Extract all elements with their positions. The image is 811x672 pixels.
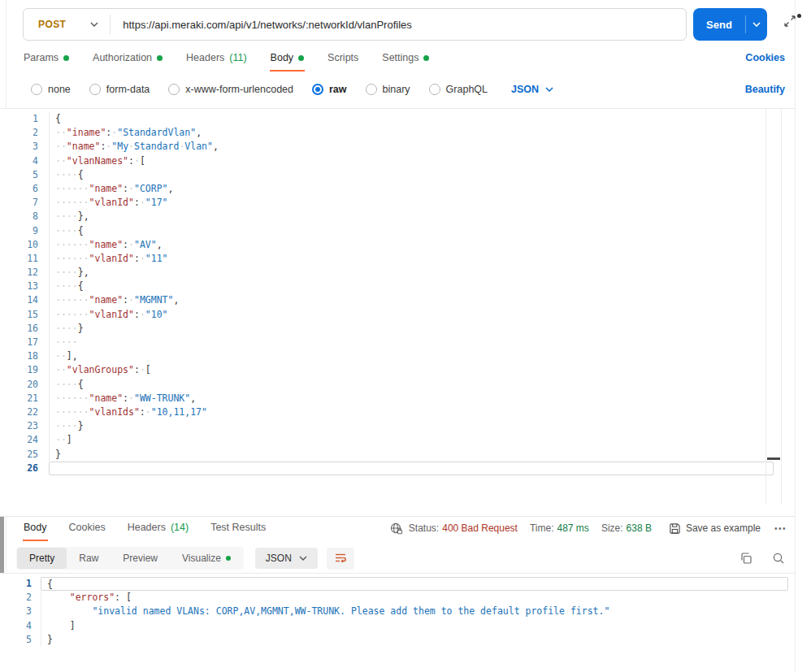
line-number: 10 — [0, 238, 49, 252]
code-line[interactable]: 25} — [0, 448, 795, 462]
url-input[interactable]: https://api.meraki.com/api/v1/networks/:… — [123, 19, 411, 31]
radio-circle-icon — [31, 84, 42, 95]
code-line[interactable]: 1{ — [0, 577, 795, 591]
code-line[interactable]: 2··"iname":·"StandardVlan", — [0, 126, 795, 140]
radio-x-www-form-urlencoded[interactable]: x-www-form-urlencoded — [168, 84, 293, 95]
line-number: 4 — [0, 619, 41, 633]
code-line[interactable]: 18··], — [0, 349, 795, 363]
wrap-lines-button[interactable] — [327, 548, 354, 570]
copy-button[interactable] — [739, 552, 752, 565]
code-text: ······"name":·"CORP", — [49, 182, 795, 196]
response-meta: Status: 400 Bad Request Time: 487 ms Siz… — [389, 518, 787, 538]
code-line[interactable]: 24··] — [0, 433, 795, 447]
radio-none[interactable]: none — [31, 84, 71, 95]
method-label: POST — [38, 19, 66, 30]
method-select[interactable]: POST — [24, 9, 110, 40]
tab-authorization[interactable]: Authorization — [92, 49, 163, 72]
request-body-editor[interactable]: 1{2··"iname":·"StandardVlan",3··"name":·… — [0, 108, 795, 517]
code-text: ··"vlanNames":·[ — [49, 154, 795, 168]
radio-form-data[interactable]: form-data — [89, 84, 150, 95]
response-language-select[interactable]: JSON — [255, 548, 318, 569]
radio-raw[interactable]: raw — [312, 84, 347, 95]
code-line[interactable]: 6······"name":·"CORP", — [0, 182, 795, 196]
code-line[interactable]: 22······"vlanIds":·"10,11,17" — [0, 405, 795, 419]
tab-label: Headers — [128, 522, 166, 533]
response-tab-test-results[interactable]: Test Results — [210, 518, 267, 541]
code-text: ····}, — [49, 210, 795, 223]
response-tab-body[interactable]: Body — [23, 518, 48, 541]
code-line[interactable]: 10······"name":·"AV", — [0, 238, 795, 252]
code-line[interactable]: 5} — [0, 633, 795, 647]
tab-params[interactable]: Params — [23, 49, 70, 72]
maximize-button[interactable] — [783, 15, 801, 33]
code-text — [49, 462, 774, 475]
response-body-editor[interactable]: 1{2 "errors": [3 "invalid named VLANs: C… — [0, 573, 795, 672]
beautify-link[interactable]: Beautify — [745, 84, 785, 95]
tab-headers[interactable]: Headers(11) — [185, 49, 248, 72]
code-line[interactable]: 23····} — [0, 419, 795, 433]
more-options-button[interactable]: ••• — [774, 524, 787, 533]
code-line[interactable]: 19··"vlanGroups":·[ — [0, 363, 795, 377]
status-field: Status: 400 Bad Request — [409, 522, 518, 534]
code-line[interactable]: 3 "invalid named VLANs: CORP,AV,MGMNT,WW… — [0, 605, 795, 618]
code-line[interactable]: 21······"name":·"WW-TRUNK", — [0, 392, 795, 405]
code-line[interactable]: 11······"vlanId":·"11" — [0, 252, 795, 266]
green-dot-icon — [63, 55, 69, 61]
code-line[interactable]: 15······"vlanId":·"10" — [0, 308, 795, 322]
send-options-button[interactable] — [746, 8, 767, 41]
code-line[interactable]: 4 ] — [0, 619, 795, 633]
save-as-example-button[interactable]: Save as example — [669, 522, 761, 535]
send-button[interactable]: Send — [693, 8, 767, 41]
code-line[interactable]: 5····{ — [0, 168, 795, 182]
code-line[interactable]: 13····{ — [0, 280, 795, 293]
cookies-link[interactable]: Cookies — [745, 49, 785, 63]
radio-circle-icon — [366, 84, 377, 95]
radio-label: x-www-form-urlencoded — [185, 84, 293, 95]
view-tab-visualize[interactable]: Visualize — [170, 548, 243, 569]
line-number: 22 — [0, 405, 49, 419]
code-line[interactable]: 8····}, — [0, 210, 795, 223]
code-line[interactable]: 9····{ — [0, 224, 795, 238]
code-line[interactable]: 1{ — [0, 112, 795, 126]
code-line[interactable]: 3··"name":·"My·Standard·Vlan", — [0, 140, 795, 154]
code-text: ······"name":·"WW-TRUNK", — [49, 392, 795, 405]
code-text: ····}, — [49, 266, 795, 280]
tab-label: Authorization — [93, 52, 152, 63]
code-line[interactable]: 26 — [0, 462, 795, 475]
line-number: 19 — [0, 363, 49, 377]
code-text: ······"vlanId":·"17" — [49, 196, 795, 210]
radio-graphql[interactable]: GraphQL — [429, 84, 488, 95]
tab-label: Body — [24, 522, 47, 533]
tab-settings[interactable]: Settings — [381, 49, 430, 72]
size-field: Size: 638 B — [601, 522, 652, 534]
view-tab-pretty[interactable]: Pretty — [17, 548, 67, 569]
code-line[interactable]: 12····}, — [0, 266, 795, 280]
code-line[interactable]: 14······"name":·"MGMNT", — [0, 293, 795, 307]
code-line[interactable]: 4··"vlanNames":·[ — [0, 154, 795, 168]
line-number: 25 — [0, 448, 49, 462]
response-tab-cookies[interactable]: Cookies — [68, 518, 106, 541]
size-value: 638 B — [627, 522, 652, 534]
line-number: 11 — [0, 252, 49, 266]
view-tab-preview[interactable]: Preview — [111, 548, 170, 569]
response-tabs: BodyCookiesHeaders(14)Test Results — [23, 518, 267, 541]
request-tabs: ParamsAuthorizationHeaders(11)BodyScript… — [23, 49, 785, 73]
line-number: 17 — [0, 336, 49, 349]
response-tab-headers[interactable]: Headers(14) — [127, 518, 189, 541]
code-text: ··"iname":·"StandardVlan", — [49, 126, 795, 140]
code-line[interactable]: 20····{ — [0, 378, 795, 392]
request-url-bar: POST https://api.meraki.com/api/v1/netwo… — [23, 8, 687, 41]
language-select[interactable]: JSON — [511, 84, 553, 95]
view-tab-raw[interactable]: Raw — [67, 548, 111, 569]
tab-scripts[interactable]: Scripts — [327, 49, 359, 72]
code-text: ······"name":·"MGMNT", — [49, 293, 795, 307]
tab-body[interactable]: Body — [270, 49, 306, 72]
code-text: ······"vlanId":·"10" — [49, 308, 795, 322]
code-line[interactable]: 16····} — [0, 322, 795, 336]
code-line[interactable]: 7······"vlanId":·"17" — [0, 196, 795, 210]
search-button[interactable] — [772, 552, 785, 565]
code-line[interactable]: 17···· — [0, 336, 795, 349]
radio-binary[interactable]: binary — [366, 84, 410, 95]
editor-scrollbar-thumb[interactable] — [767, 457, 780, 460]
code-line[interactable]: 2 "errors": [ — [0, 591, 795, 605]
